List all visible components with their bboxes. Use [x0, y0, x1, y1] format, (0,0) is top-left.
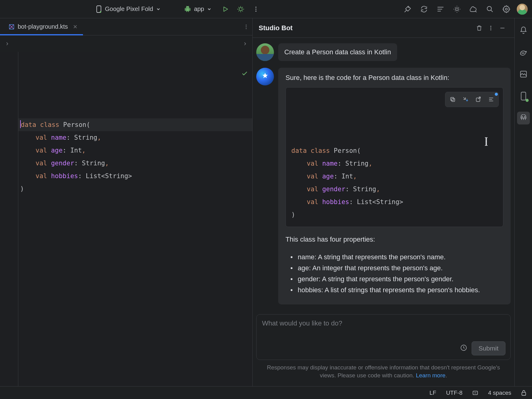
studio-bot-rail-icon[interactable] [517, 112, 530, 124]
history-icon[interactable] [460, 344, 467, 353]
list-item: name: A string that represents the perso… [292, 252, 503, 262]
tab-filename: bot-playground.kts [18, 23, 68, 30]
list-item: age: An integer that represents the pers… [292, 263, 503, 273]
chevron-down-icon [156, 7, 160, 11]
explain-code-icon[interactable] [485, 93, 497, 106]
breadcrumb-bar: › › [0, 35, 252, 52]
insert-at-cursor-icon[interactable] [459, 93, 472, 106]
inspection-ok-icon[interactable] [203, 56, 248, 94]
run-button[interactable] [219, 3, 232, 15]
android-icon [184, 6, 191, 13]
user-message-bubble: Create a Person data class in Kotlin [278, 43, 397, 61]
svg-point-2 [239, 8, 242, 11]
user-message-row: Create a Person data class in Kotlin [256, 43, 511, 61]
sync-icon[interactable] [418, 3, 430, 15]
editor-tabs: bot-playground.kts ✕ [0, 18, 252, 35]
status-lock-icon[interactable] [521, 390, 527, 396]
device-manager-icon[interactable] [467, 3, 480, 15]
status-indent[interactable]: 4 spaces [488, 390, 511, 396]
svg-point-6 [456, 8, 458, 10]
svg-point-3 [255, 6, 257, 8]
bot-response-list: name: A string that represents the perso… [292, 252, 503, 295]
build-icon[interactable] [401, 3, 414, 15]
studio-bot-pane: Studio Bot Create a Person data class in… [253, 18, 514, 386]
app-inspection-icon[interactable] [451, 3, 463, 15]
kotlin-file-icon [9, 24, 15, 30]
run-config-selector[interactable]: app [181, 4, 214, 14]
code-editor[interactable]: data class Person( val name: String, val… [0, 52, 252, 386]
delete-conversation-icon[interactable] [473, 22, 485, 34]
bot-response-intro: Sure, here is the code for a Person data… [286, 74, 503, 82]
svg-point-12 [246, 28, 246, 29]
more-actions-button[interactable] [250, 3, 262, 15]
svg-rect-23 [521, 92, 526, 100]
bot-response-bubble: Sure, here is the code for a Person data… [278, 68, 511, 304]
list-item: gender: A string that represents the per… [292, 274, 503, 284]
bot-code-block[interactable]: data class Person( val name: String, val… [286, 87, 503, 227]
bot-header: Studio Bot [253, 18, 514, 38]
svg-point-5 [255, 10, 257, 12]
bot-input-area: Submit Responses may display inaccurate … [253, 314, 514, 386]
minimize-icon[interactable] [497, 22, 508, 34]
svg-point-13 [490, 26, 491, 27]
status-encoding[interactable]: UTF-8 [446, 390, 462, 396]
breadcrumb-forward-icon[interactable]: › [244, 40, 246, 48]
bot-input-box: Submit [256, 314, 511, 360]
breadcrumb-back-icon[interactable]: › [6, 40, 8, 48]
submit-button[interactable]: Submit [472, 341, 505, 355]
bot-title: Studio Bot [259, 24, 473, 32]
svg-point-11 [246, 26, 246, 27]
device-selector[interactable]: Google Pixel Fold [93, 4, 164, 15]
editor-tab[interactable]: bot-playground.kts ✕ [0, 18, 83, 35]
svg-rect-17 [451, 97, 454, 100]
device-label: Google Pixel Fold [105, 5, 153, 13]
svg-point-20 [522, 53, 522, 53]
svg-point-10 [246, 24, 246, 25]
status-readonly-icon[interactable] [472, 390, 478, 396]
bot-prompt-input[interactable] [261, 319, 505, 329]
tab-overflow-icon[interactable] [240, 24, 252, 30]
svg-rect-27 [522, 392, 526, 395]
status-line-ending[interactable]: LF [430, 390, 436, 396]
bot-response-mid: This class has four properties: [286, 235, 503, 243]
svg-point-21 [523, 53, 524, 53]
bot-disclaimer: Responses may display inaccurate or offe… [256, 360, 511, 382]
list-item: hobbies: A list of strings that represen… [292, 285, 503, 295]
debug-button[interactable] [235, 3, 247, 15]
user-avatar[interactable] [517, 4, 528, 15]
svg-rect-16 [452, 99, 455, 102]
bot-conversation: Create a Person data class in Kotlin Sur… [253, 38, 514, 314]
editor-gutter [0, 52, 18, 386]
close-tab-icon[interactable]: ✕ [73, 23, 77, 30]
bot-message-row: Sure, here is the code for a Person data… [256, 68, 511, 304]
svg-point-7 [487, 6, 491, 11]
svg-point-1 [100, 11, 101, 13]
status-bar: LF UTF-8 4 spaces [0, 386, 532, 399]
copy-code-icon[interactable] [447, 93, 459, 106]
profiler-icon[interactable] [434, 3, 447, 15]
svg-rect-18 [476, 98, 480, 102]
svg-point-14 [490, 27, 491, 28]
search-icon[interactable] [484, 3, 496, 15]
text-cursor-icon [429, 124, 490, 163]
svg-point-24 [522, 117, 523, 117]
running-devices-icon[interactable] [517, 90, 530, 102]
chevron-down-icon [207, 7, 211, 11]
learn-more-link[interactable]: Learn more [416, 372, 445, 379]
right-tool-rail [514, 18, 532, 386]
svg-point-15 [490, 29, 491, 30]
run-config-label: app [194, 5, 204, 13]
bot-overflow-icon[interactable] [485, 22, 497, 34]
user-avatar-small [256, 43, 274, 61]
gradle-icon[interactable] [517, 46, 530, 59]
user-message-text: Create a Person data class in Kotlin [284, 48, 391, 56]
open-new-file-icon[interactable] [472, 93, 484, 106]
resource-manager-icon[interactable] [517, 68, 530, 81]
svg-point-4 [255, 9, 257, 10]
phone-icon [96, 5, 102, 13]
editor-pane: bot-playground.kts ✕ › › data class Pers… [0, 18, 253, 386]
notifications-icon[interactable] [517, 24, 530, 37]
bot-avatar [256, 68, 274, 85]
top-toolbar: Google Pixel Fold app [0, 0, 532, 18]
settings-icon[interactable] [500, 3, 512, 15]
